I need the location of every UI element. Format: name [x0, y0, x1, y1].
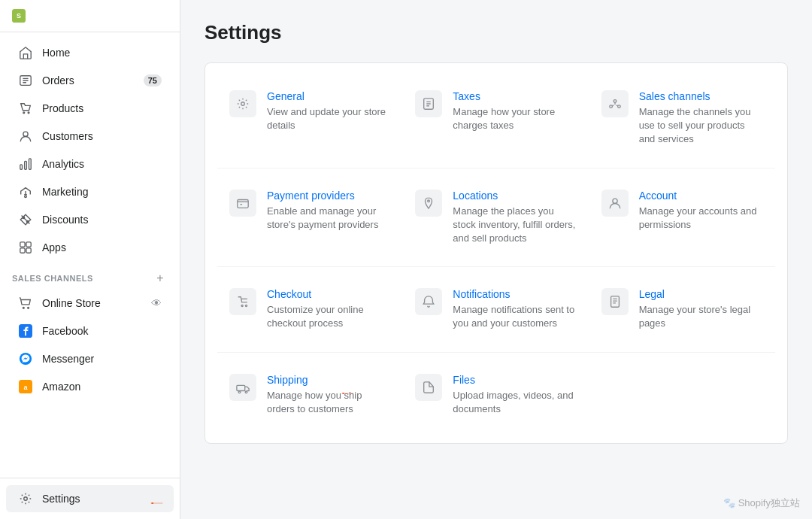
- sidebar-item-messenger[interactable]: Messenger: [6, 345, 174, 372]
- shipping-content: Shipping Manage how you ship orders to c…: [267, 374, 391, 416]
- settings-item-checkout[interactable]: Checkout Customize your online checkout …: [217, 273, 403, 345]
- orders-icon: [18, 73, 33, 88]
- svg-point-14: [23, 307, 24, 308]
- svg-rect-10: [20, 242, 25, 247]
- svg-point-15: [28, 307, 29, 308]
- sidebar-item-home[interactable]: Home: [6, 39, 174, 66]
- home-icon: [18, 45, 33, 60]
- sidebar-item-discounts[interactable]: Discounts: [6, 206, 174, 233]
- files-content: Files Upload images, videos, and documen…: [453, 374, 577, 416]
- locations-content: Locations Manage the places you stock in…: [453, 190, 577, 246]
- settings-item-legal[interactable]: Legal Manage your store's legal pages: [589, 273, 775, 345]
- sidebar-logo: S: [12, 9, 168, 23]
- settings-item-shipping[interactable]: Shipping Manage how you ship orders to c…: [217, 359, 403, 431]
- settings-row-4: Shipping Manage how you ship orders to c…: [205, 353, 787, 437]
- svg-point-35: [238, 390, 241, 393]
- sidebar-item-online-store-label: Online Store: [42, 297, 142, 309]
- add-sales-channel-button[interactable]: +: [153, 271, 168, 286]
- legal-desc: Manage your store's legal pages: [639, 303, 763, 330]
- orders-badge: 75: [144, 74, 162, 86]
- settings-item-sales-channels[interactable]: Sales channels Manage the channels you u…: [589, 75, 775, 162]
- main-content: Settings General View and update your st…: [180, 0, 812, 519]
- svg-point-31: [241, 305, 243, 306]
- svg-point-32: [245, 305, 247, 306]
- svg-rect-6: [20, 165, 23, 169]
- settings-item-locations[interactable]: Locations Manage the places you stock in…: [403, 175, 589, 261]
- settings-item-notifications[interactable]: Notifications Manage notifications sent …: [403, 273, 589, 345]
- svg-point-26: [609, 105, 612, 108]
- sales-channels-header: SALES CHANNELS +: [0, 262, 180, 289]
- sales-channels-label: SALES CHANNELS: [12, 274, 93, 283]
- legal-icon: [601, 288, 629, 315]
- sidebar-item-facebook[interactable]: Facebook: [6, 317, 174, 344]
- svg-point-5: [23, 132, 28, 136]
- svg-point-25: [614, 100, 617, 103]
- checkout-desc: Customize your online checkout process: [267, 303, 391, 330]
- general-desc: View and update your store details: [267, 105, 391, 132]
- shipping-title: Shipping: [267, 374, 391, 386]
- svg-point-9: [25, 196, 27, 198]
- taxes-desc: Manage how your store charges taxes: [453, 105, 577, 132]
- legal-content: Legal Manage your store's legal pages: [639, 288, 763, 330]
- locations-desc: Manage the places you stock inventory, f…: [453, 205, 577, 246]
- products-icon: [18, 101, 33, 116]
- settings-item-payment[interactable]: Payment providers Enable and manage your…: [217, 175, 403, 261]
- files-desc: Upload images, videos, and documents: [453, 389, 577, 416]
- settings-icon: [18, 491, 33, 506]
- settings-row-2: Payment providers Enable and manage your…: [205, 168, 787, 267]
- sidebar-item-online-store[interactable]: Online Store 👁: [6, 290, 174, 317]
- sidebar-item-marketing[interactable]: Marketing: [6, 178, 174, 205]
- sidebar-item-amazon[interactable]: a Amazon: [6, 373, 174, 400]
- sidebar-navigation: Home Orders 75 Products: [0, 32, 180, 478]
- payment-desc: Enable and manage your store's payment p…: [267, 205, 391, 232]
- svg-point-36: [245, 390, 247, 393]
- account-content: Account Manage your accounts and permiss…: [639, 190, 763, 232]
- account-desc: Manage your accounts and permissions: [639, 205, 763, 232]
- sidebar-item-settings[interactable]: Settings: [6, 485, 174, 512]
- svg-rect-12: [20, 248, 25, 253]
- account-icon: [601, 190, 629, 217]
- taxes-content: Taxes Manage how your store charges taxe…: [453, 90, 577, 132]
- location-icon: [415, 190, 442, 217]
- settings-row-1: General View and update your store detai…: [205, 69, 787, 168]
- sidebar-item-customers[interactable]: Customers: [6, 123, 174, 150]
- svg-point-20: [24, 497, 28, 501]
- settings-item-account[interactable]: Account Manage your accounts and permiss…: [589, 175, 775, 261]
- notifications-desc: Manage notifications sent to you and you…: [453, 303, 577, 330]
- payment-title: Payment providers: [267, 190, 391, 202]
- store-icon: [18, 296, 33, 311]
- svg-rect-28: [238, 199, 248, 208]
- sidebar-item-apps[interactable]: Apps: [6, 234, 174, 261]
- sidebar-item-messenger-label: Messenger: [42, 353, 162, 365]
- sidebar-item-products[interactable]: Products: [6, 95, 174, 122]
- svg-rect-34: [237, 385, 245, 390]
- svg-rect-33: [611, 296, 619, 307]
- amazon-icon: a: [18, 379, 33, 394]
- files-icon: [415, 374, 442, 401]
- sidebar-item-marketing-label: Marketing: [42, 186, 162, 198]
- sidebar-item-customers-label: Customers: [42, 130, 162, 142]
- sidebar: S Home Orders 75: [0, 0, 180, 519]
- apps-icon: [18, 240, 33, 255]
- sales-channels-settings-desc: Manage the channels you use to sell your…: [639, 105, 763, 147]
- settings-item-general[interactable]: General View and update your store detai…: [217, 75, 403, 162]
- sidebar-item-orders[interactable]: Orders 75: [6, 67, 174, 94]
- svg-rect-11: [26, 242, 31, 247]
- locations-title: Locations: [453, 190, 577, 202]
- svg-rect-7: [25, 161, 27, 169]
- payment-icon: [229, 190, 256, 217]
- svg-text:S: S: [17, 12, 21, 20]
- payment-content: Payment providers Enable and manage your…: [267, 190, 391, 232]
- messenger-icon: [18, 351, 33, 366]
- sidebar-bottom: Settings: [0, 478, 180, 519]
- sidebar-item-discounts-label: Discounts: [42, 214, 162, 226]
- notifications-title: Notifications: [453, 288, 577, 300]
- settings-item-files[interactable]: Files Upload images, videos, and documen…: [403, 359, 589, 431]
- discounts-icon: [18, 212, 33, 227]
- sidebar-item-analytics[interactable]: Analytics: [6, 150, 174, 178]
- settings-item-taxes[interactable]: Taxes Manage how your store charges taxe…: [403, 75, 589, 162]
- sidebar-top: S: [0, 0, 180, 32]
- customers-icon: [18, 129, 33, 144]
- sidebar-item-home-label: Home: [42, 47, 162, 59]
- settings-card: General View and update your store detai…: [205, 62, 788, 444]
